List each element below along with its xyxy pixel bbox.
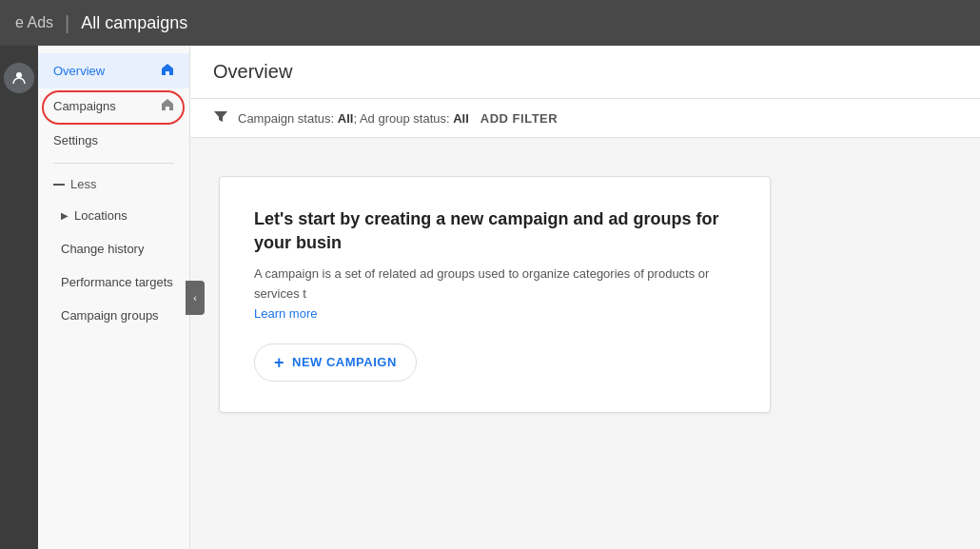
overview-label: Overview [53,64,105,78]
sidebar-item-locations[interactable]: ▶ Locations [38,199,189,232]
new-campaign-button[interactable]: + NEW CAMPAIGN [254,343,417,382]
locations-label: Locations [74,208,127,223]
sidebar-item-performance-targets[interactable]: Performance targets [38,265,189,299]
filter-icon [213,108,228,127]
card-title: Let's start by creating a new campaign a… [254,207,735,255]
filter-campaign-status: Campaign status: All; Ad group status: A… [238,111,469,126]
content-header: Overview [190,46,980,99]
campaign-status-label: Campaign status: [238,111,338,126]
sidebar-item-overview[interactable]: Overview [38,53,189,88]
card-description: A campaign is a set of related ad groups… [254,265,735,324]
content-body: Let's start by creating a new campaign a… [190,138,980,549]
learn-more-link[interactable]: Learn more [254,306,317,321]
sidebar-item-change-history[interactable]: Change history [38,232,189,265]
settings-label: Settings [53,133,98,147]
left-nav: Overview Campaigns Settings Less ▶ [38,46,190,549]
top-bar: e Ads | All campaigns [0,0,980,46]
filter-bar: Campaign status: All; Ad group status: A… [190,99,980,138]
overview-home-icon [161,63,174,79]
top-bar-divider: | [65,12,69,34]
content-title: Overview [213,61,957,83]
sidebar-collapse-button[interactable]: ‹ [186,281,205,315]
svg-point-0 [16,72,22,78]
far-left-sidebar [0,46,38,549]
campaigns-label: Campaigns [53,99,116,113]
new-campaign-label: NEW CAMPAIGN [292,355,397,369]
page-title: All campaigns [81,13,187,33]
campaign-card: Let's start by creating a new campaign a… [219,176,771,413]
sidebar-item-campaigns[interactable]: Campaigns [38,88,189,124]
campaign-status-value: All [338,111,354,126]
nav-less-toggle[interactable]: Less [38,169,189,199]
add-filter-button[interactable]: ADD FILTER [480,111,558,126]
collapse-chevron-icon: ‹ [193,292,197,304]
performance-targets-label: Performance targets [61,275,173,289]
sidebar-item-campaign-groups[interactable]: Campaign groups [38,299,189,332]
dash-icon [53,184,65,186]
plus-icon: + [274,354,284,371]
app-name: e Ads [15,14,53,31]
sidebar-item-settings[interactable]: Settings [38,124,189,157]
arrow-right-icon: ▶ [61,210,69,221]
main-layout: Overview Campaigns Settings Less ▶ [0,46,980,549]
ad-group-status-value: All [453,111,469,126]
less-label: Less [70,177,96,191]
ad-group-status-label: Ad group status: [360,111,453,126]
campaign-groups-label: Campaign groups [61,308,159,323]
change-history-label: Change history [61,242,144,256]
user-avatar[interactable] [4,63,34,93]
content-area: Overview Campaign status: All; Ad group … [190,46,980,549]
campaigns-home-icon [161,98,174,114]
nav-divider [53,163,174,164]
